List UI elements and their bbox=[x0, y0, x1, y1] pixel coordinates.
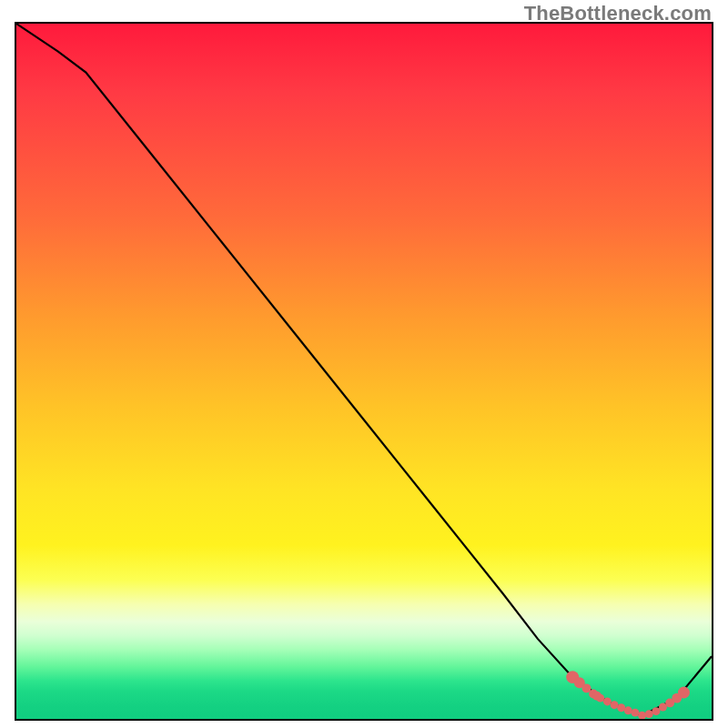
marker-dot bbox=[596, 694, 604, 703]
chart-stage: TheBottleneck.com bbox=[0, 0, 728, 728]
bottleneck-curve bbox=[16, 24, 712, 715]
marker-dot bbox=[645, 710, 653, 718]
highlighted-range-markers bbox=[566, 671, 690, 720]
marker-dot bbox=[611, 701, 619, 709]
marker-dot bbox=[652, 707, 660, 715]
marker-dot bbox=[603, 697, 612, 705]
marker-dot bbox=[638, 712, 646, 720]
marker-dot bbox=[678, 686, 690, 698]
marker-dot bbox=[624, 706, 632, 714]
plot-area bbox=[15, 22, 713, 721]
marker-dot bbox=[631, 709, 639, 717]
curve-layer bbox=[16, 24, 712, 719]
